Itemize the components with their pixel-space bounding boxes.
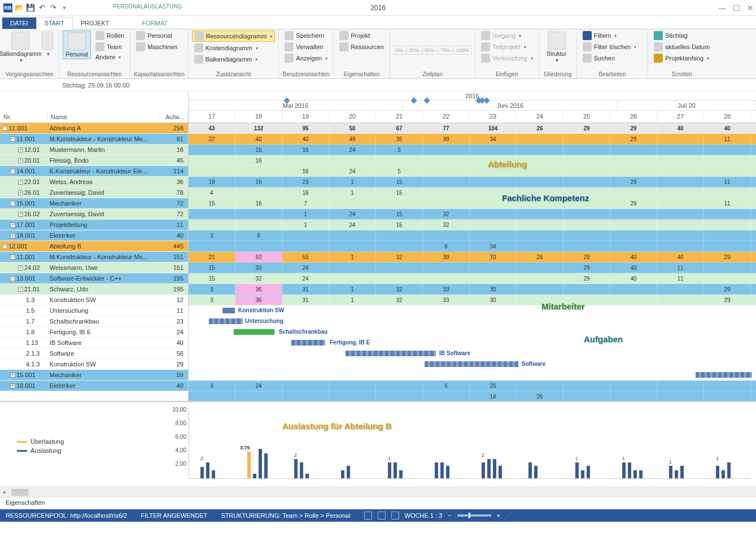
table-row[interactable]: −21.01Schwarz, Udo195 — [0, 284, 188, 295]
table-row[interactable]: +17.001Projektleitung11 — [0, 220, 188, 230]
stichtag-button[interactable]: Stichtag — [652, 30, 712, 41]
expand-toggle[interactable]: + — [10, 222, 15, 228]
table-row[interactable]: 1.13IB Software40 — [0, 338, 188, 348]
suchen-button[interactable]: Suchen — [580, 53, 639, 63]
table-row[interactable]: +26.01Zuverlaessig, David78 — [0, 187, 188, 198]
table-row[interactable]: −15.001Mechaniker72 — [0, 198, 188, 209]
table-row[interactable]: 1.8Fertigung, IB E24 — [0, 327, 188, 338]
expand-toggle[interactable]: − — [10, 169, 15, 174]
col-header-nr[interactable]: Nr. — [0, 111, 47, 123]
table-row[interactable]: +26.02Zuverlaessig, David72 — [0, 209, 188, 220]
table-row[interactable]: +20.01Fleissig, Bodo45 — [0, 155, 188, 166]
table-row[interactable]: 1.7Schaltschrankbau23 — [0, 316, 188, 327]
tab-format[interactable]: FORMAT — [134, 18, 176, 29]
struktur-button[interactable]: Struktur▾ — [543, 30, 571, 64]
projektanfang-button[interactable]: Projektanfang▾ — [652, 53, 712, 63]
expand-toggle[interactable]: + — [18, 180, 23, 185]
expand-toggle[interactable]: + — [10, 383, 15, 388]
kap-maschinen-button[interactable]: Maschinen — [134, 42, 180, 52]
tab-projekt[interactable]: PROJEKT — [73, 18, 117, 29]
kap-personal-button[interactable]: Personal — [134, 30, 180, 41]
table-row[interactable]: +18.001Elektriker40 — [0, 381, 188, 391]
expand-toggle[interactable]: + — [18, 212, 23, 217]
table-row[interactable]: −11.001M.Konstrukteur - Konstrukteur Me.… — [0, 134, 188, 145]
view-icon-3[interactable] — [391, 512, 399, 519]
ressourcen-button[interactable]: Ressourcen — [337, 42, 386, 52]
balkendiagramm2-button[interactable]: Balkendiagramm▾ — [192, 54, 276, 64]
task-bar[interactable] — [425, 361, 518, 367]
resize-grip-icon[interactable]: ⋰ — [506, 512, 512, 519]
chart-plot[interactable]: 3.75 22121111 — [189, 408, 750, 479]
expand-toggle[interactable]: − — [10, 276, 15, 281]
projekt-button[interactable]: Projekt — [337, 30, 386, 41]
table-row[interactable]: −13.001Software-Entwickler - C++195 — [0, 273, 188, 284]
pct-50[interactable]: 50% — [422, 46, 437, 55]
task-bar[interactable] — [234, 329, 274, 335]
tab-file[interactable]: DATEI — [2, 18, 36, 29]
maximize-icon[interactable]: ☐ — [733, 3, 740, 12]
task-bar[interactable] — [696, 372, 752, 378]
expand-toggle[interactable]: + — [18, 158, 23, 163]
undo-icon[interactable]: ↶ — [37, 3, 46, 12]
col-header-aufw[interactable]: Aufw... — [159, 111, 188, 123]
expand-toggle[interactable]: + — [18, 190, 23, 195]
table-row[interactable]: +22.01Weiss, Andreas36 — [0, 177, 188, 187]
task-bar[interactable] — [291, 340, 325, 346]
scroll-thumb[interactable] — [11, 489, 28, 496]
gantt-small-button[interactable]: ▾ — [40, 30, 55, 58]
expand-toggle[interactable]: − — [10, 255, 15, 260]
expand-toggle[interactable]: + — [10, 373, 15, 378]
expand-toggle[interactable]: − — [2, 126, 7, 131]
expand-toggle[interactable]: + — [18, 265, 23, 270]
filter-loeschen-button[interactable]: Filter löschen▾ — [580, 42, 639, 52]
aktuelles-datum-button[interactable]: aktuelles Datum — [652, 42, 712, 52]
pct-75[interactable]: 75% — [438, 46, 453, 55]
pct-25[interactable]: 25% — [407, 46, 421, 55]
zoom-slider[interactable] — [457, 514, 491, 517]
anzeigen-button[interactable]: Anzeigen▾ — [282, 53, 330, 63]
save-icon[interactable]: 💾 — [26, 3, 35, 12]
table-row[interactable]: +15.001Mechaniker59 — [0, 370, 188, 381]
expand-toggle[interactable]: − — [10, 201, 15, 206]
personal-button[interactable]: Personal — [63, 30, 91, 59]
balkendiagramm-button[interactable]: Balkendiagramm▾ — [3, 30, 37, 64]
view-icon-1[interactable] — [364, 512, 372, 519]
expand-toggle[interactable]: − — [18, 287, 23, 292]
tab-start[interactable]: START — [36, 17, 73, 29]
table-row[interactable]: −14.001E.Konstrukteur - Konstrukteur Ele… — [0, 166, 188, 177]
view-icon-2[interactable] — [378, 512, 386, 519]
table-row[interactable]: −12.001Abteilung B445 — [0, 241, 188, 252]
table-row[interactable]: 1.5Untersuchung11 — [0, 305, 188, 316]
table-row[interactable]: +18.001Elektriker40 — [0, 230, 188, 241]
team-button[interactable]: Team — [93, 42, 126, 52]
tab-eigenschaften[interactable]: Eigenschaften — [6, 499, 45, 506]
close-icon[interactable]: ✕ — [747, 3, 754, 12]
expand-toggle[interactable]: − — [10, 137, 15, 142]
expand-toggle[interactable]: − — [2, 244, 7, 249]
expand-toggle[interactable]: + — [18, 147, 23, 152]
table-row[interactable]: −11.001M.Konstrukteur - Konstrukteur Me.… — [0, 252, 188, 263]
speichern-button[interactable]: Speichern — [282, 30, 330, 41]
task-bar[interactable] — [222, 308, 235, 313]
col-header-name[interactable]: Name — [47, 111, 159, 123]
qat-dropdown-icon[interactable]: ▼ — [60, 3, 69, 12]
table-row[interactable]: 2.1.3Software56 — [0, 348, 188, 359]
task-bar[interactable] — [209, 318, 243, 324]
table-row[interactable]: +24.02Weissmann, Uwe151 — [0, 263, 188, 273]
table-row[interactable]: 1.3Konstruktion SW12 — [0, 295, 188, 305]
table-row[interactable]: −11.001Abteilung A298 — [0, 123, 188, 134]
open-icon[interactable]: 📂 — [15, 3, 24, 12]
table-row[interactable]: 4.1.3Konstruktion SW29 — [0, 359, 188, 370]
zoom-in-icon[interactable]: + — [497, 512, 500, 519]
minimize-icon[interactable]: — — [718, 3, 726, 12]
rollen-button[interactable]: Rollen — [93, 30, 126, 41]
horizontal-scrollbar[interactable]: ◂ — [0, 487, 756, 497]
redo-icon[interactable]: ↷ — [49, 3, 58, 12]
ressourcendiagramm-button[interactable]: Ressourcendiagramm▾ — [192, 30, 276, 42]
zoom-out-icon[interactable]: − — [448, 512, 451, 519]
verwalten-button[interactable]: Verwalten — [282, 42, 330, 52]
table-row[interactable]: +12.01Mustermann, Martin16 — [0, 145, 188, 155]
task-bar[interactable] — [346, 351, 436, 356]
filtern-button[interactable]: Filtern▾ — [580, 30, 639, 41]
andere-button[interactable]: Andere▾ — [93, 53, 126, 61]
